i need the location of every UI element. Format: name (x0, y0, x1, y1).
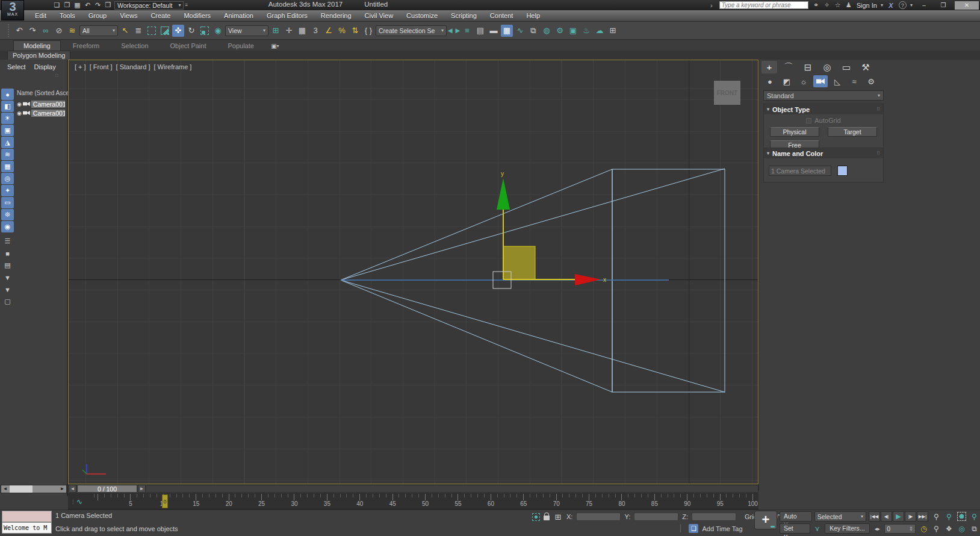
key-mode-toggle-icon[interactable]: ◂▸ (872, 523, 882, 534)
explorer-tab[interactable]: Select (7, 63, 26, 70)
maxscript-macro-recorder[interactable] (2, 511, 52, 522)
menu-item[interactable]: Customize (400, 12, 444, 19)
menu-item[interactable]: Scripting (444, 12, 483, 19)
object-color-swatch[interactable] (837, 166, 848, 176)
communication-center-icon[interactable]: ✧ (823, 1, 831, 9)
keyboard-override-icon[interactable]: ▦ (296, 25, 308, 37)
selection-lock-icon[interactable] (544, 516, 550, 520)
display-containers-filter-icon[interactable]: ▭ (1, 197, 14, 208)
select-and-manipulate-icon[interactable]: ✛ (283, 25, 295, 37)
display-bones-filter-icon[interactable]: ✦ (1, 185, 14, 196)
add-time-tag[interactable]: Add Time Tag (702, 525, 742, 532)
3ds-max-logo[interactable]: 3 MAX (1, 0, 24, 20)
named-selection-set-dropdown[interactable]: Create Selection Se▾ (376, 25, 447, 36)
category-cameras-icon[interactable] (813, 75, 828, 87)
current-frame-marker[interactable]: 0 (162, 494, 168, 508)
ribbon-config-icon[interactable]: ▣▾ (266, 42, 284, 51)
toolbar-grip[interactable] (8, 24, 10, 37)
category-helpers-icon[interactable]: ◺ (830, 75, 845, 87)
display-lights-filter-icon[interactable]: ☀ (1, 113, 14, 124)
select-object-icon[interactable]: ↖ (119, 25, 131, 37)
set-key-button[interactable]: Set Key (780, 523, 810, 534)
favorites-icon[interactable]: ☆ (834, 1, 842, 9)
zoom-region-icon[interactable]: ⚲ (931, 523, 942, 534)
restore-button[interactable]: ❐ (935, 1, 951, 10)
name-color-rollout-header[interactable]: ▾ Name and Color ⠿ (764, 148, 883, 158)
project-folder-icon[interactable]: ❒ (103, 1, 113, 10)
autogrid-checkbox[interactable] (806, 118, 811, 123)
maxscript-listener[interactable]: Welcome to M (2, 522, 52, 534)
explorer-horizontal-scrollbar[interactable]: ◄ ► (1, 485, 67, 493)
orbit-icon[interactable]: ◎ (956, 523, 967, 534)
zoom-icon[interactable]: ⚲ (931, 511, 942, 522)
percent-snap-icon[interactable]: % (336, 25, 348, 37)
visibility-eye-icon[interactable]: ◉ (17, 101, 22, 107)
tab-motion[interactable]: ◎ (819, 61, 835, 73)
user-icon[interactable]: ♟ (845, 1, 853, 9)
explorer-tab[interactable]: Display (34, 63, 56, 70)
select-by-name-icon[interactable]: ≣ (132, 25, 144, 37)
named-selection-sets-icon[interactable]: { } (362, 25, 374, 37)
current-frame-field[interactable]: 0 ⇕ (884, 524, 916, 534)
visibility-eye-icon[interactable]: ◉ (17, 110, 22, 116)
object-name[interactable]: Camera001 (31, 101, 65, 108)
menu-item[interactable]: Civil View (358, 12, 400, 19)
display-particles-filter-icon[interactable]: ❊ (1, 209, 14, 220)
menu-item[interactable]: Rendering (314, 12, 358, 19)
tab-display[interactable]: ▭ (839, 61, 854, 73)
selection-filter-dropdown[interactable]: All▾ (79, 25, 118, 36)
undo-icon[interactable]: ↶ (13, 25, 25, 37)
tab-modify[interactable]: ⌒ (781, 61, 796, 73)
display-helpers-filter-icon[interactable]: ◮ (1, 137, 14, 148)
menu-item[interactable]: Group (82, 12, 114, 19)
save-file-icon[interactable]: ▦ (72, 1, 82, 10)
mirror-icon[interactable]: ◄► (448, 25, 460, 37)
tab-hierarchy[interactable]: ⊟ (800, 61, 816, 73)
filter-funnel-icon[interactable]: ▼ (1, 284, 14, 295)
key-filters-button[interactable]: Key Filters... (825, 523, 870, 534)
next-frame-button[interactable]: |▶ (905, 511, 916, 522)
spinner-snap-icon[interactable]: ⇅ (349, 25, 361, 37)
menu-item[interactable]: Graph Editors (260, 12, 314, 19)
set-keys-button[interactable]: + (754, 511, 777, 529)
x-coordinate-field[interactable] (576, 513, 621, 521)
scroll-right-icon[interactable]: ► (58, 485, 66, 493)
auto-key-button[interactable]: Auto Key (780, 511, 812, 522)
display-hidden-filter-icon[interactable]: ◉ (1, 221, 14, 232)
workspace-dropdown[interactable]: Workspace: Default ▾ (114, 1, 184, 10)
display-shapes-filter-icon[interactable]: ◧ (1, 101, 14, 112)
select-and-rotate-icon[interactable]: ↻ (185, 25, 197, 37)
zoom-extents-all-icon[interactable]: ⚲ (969, 511, 980, 522)
angle-snap-icon[interactable]: ∠ (323, 25, 335, 37)
menu-item[interactable]: Animation (217, 12, 260, 19)
select-link-icon[interactable]: ∞ (40, 25, 52, 37)
z-coordinate-field[interactable] (692, 513, 736, 521)
display-geometry-filter-icon[interactable]: ● (1, 89, 14, 100)
material-editor-icon[interactable]: ◍ (541, 25, 553, 37)
zoom-extents-icon[interactable] (956, 511, 967, 522)
go-to-start-button[interactable]: |◀◀ (869, 511, 880, 522)
toolbar-options-icon[interactable]: ≡ (185, 2, 188, 8)
display-xrefs-filter-icon[interactable]: ◎ (1, 173, 14, 184)
use-pivot-center-icon[interactable]: ⊞ (270, 25, 282, 37)
previous-frame-button[interactable]: ◀| (881, 511, 892, 522)
key-filter-icon[interactable]: ⋎ (813, 523, 822, 534)
scene-explorer-icon[interactable]: ▦ (501, 25, 513, 37)
time-slider-prev-icon[interactable]: ◄ (69, 485, 76, 493)
absolute-offset-mode-icon[interactable]: ⊞ (553, 511, 563, 523)
scroll-left-icon[interactable]: ◄ (1, 485, 9, 493)
display-materials-icon[interactable]: ■ (1, 248, 14, 259)
schematic-view-icon[interactable]: ⧉ (527, 25, 539, 37)
scrollbar-thumb[interactable] (10, 485, 33, 493)
menu-item[interactable]: Create (144, 12, 177, 19)
ribbon-tab[interactable]: Modeling (13, 40, 61, 51)
menu-item[interactable]: Edit (28, 12, 53, 19)
ribbon-tab[interactable]: Freeform (63, 41, 110, 51)
category-spacewarps-icon[interactable]: ≈ (847, 75, 861, 87)
minimize-button[interactable]: – (916, 1, 932, 10)
filter-clear-icon[interactable]: ▼ (1, 272, 14, 283)
display-groups-filter-icon[interactable]: ▦ (1, 161, 14, 172)
bind-to-spacewarp-icon[interactable]: ≋ (66, 25, 78, 37)
maximize-viewport-icon[interactable]: ⧉ (969, 523, 980, 534)
time-configuration-icon[interactable]: ◷ (918, 523, 929, 534)
